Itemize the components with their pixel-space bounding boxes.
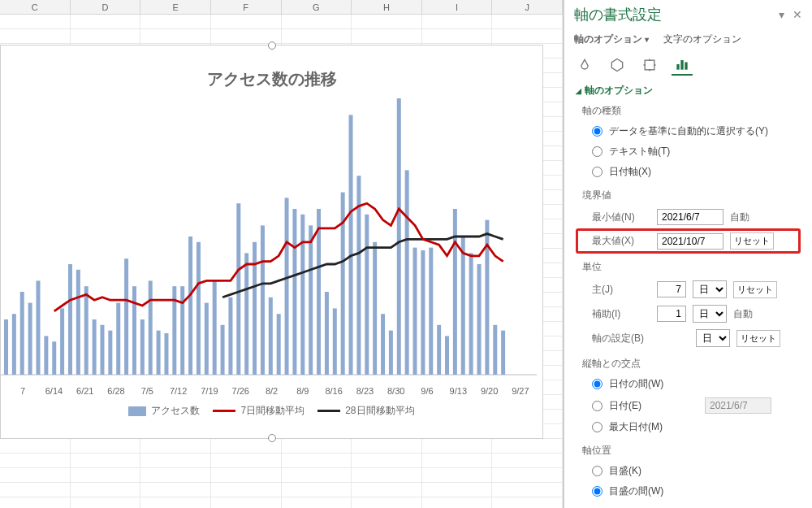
col-header[interactable]: H [352,0,422,14]
svg-rect-38 [300,215,304,375]
svg-rect-7 [52,341,56,375]
radio-cross-max[interactable]: 最大日付(M) [576,417,801,437]
legend-swatch-black [317,410,340,412]
chart-plot[interactable] [1,98,537,383]
svg-rect-63 [501,331,505,375]
section-axis-options[interactable]: 軸のオプション [576,84,801,98]
row-base-unit: 軸の設定(B) 日 リセット [576,326,801,350]
label-axis-type: 軸の種類 [576,98,801,121]
svg-rect-28 [221,325,225,375]
svg-rect-18 [140,319,145,375]
svg-rect-31 [244,253,248,375]
select-minor-unit[interactable]: 日 [693,305,727,323]
radio-cross-between[interactable]: 日付の間(W) [576,374,801,394]
svg-rect-44 [349,115,353,375]
svg-rect-2 [12,314,16,375]
radio-auto-select[interactable]: データを基準に自動的に選択する(Y) [576,121,801,141]
input-cross-at [705,397,771,414]
row-major-unit: 主(J) 日 リセット [576,277,801,302]
row-minor-unit: 補助(I) 日 自動 [576,302,801,326]
col-header[interactable]: J [492,0,563,14]
spreadsheet-area[interactable]: C D E F G H I J アクセス数の推移 76/146/216/287/… [0,0,564,508]
svg-rect-56 [445,336,449,375]
svg-rect-17 [132,286,136,375]
svg-rect-27 [213,280,217,375]
input-minor-unit[interactable] [657,306,686,322]
svg-rect-21 [164,333,168,375]
svg-rect-20 [157,331,161,375]
svg-rect-19 [149,280,153,375]
svg-rect-34 [269,297,273,375]
svg-rect-47 [373,242,377,375]
svg-rect-58 [461,237,465,375]
radio-text-axis[interactable]: テキスト軸(T) [576,141,801,162]
col-header[interactable]: F [211,0,282,14]
svg-rect-26 [205,303,209,375]
tab-text-options[interactable]: 文字のオプション [663,33,741,46]
fill-icon[interactable] [574,54,595,76]
svg-rect-33 [261,225,265,375]
radio-cross-at: 日付(E) [576,394,801,417]
chart-handle-bottom[interactable] [268,434,276,442]
svg-rect-16 [124,258,128,375]
effects-icon[interactable] [607,54,628,76]
pane-dropdown-icon[interactable]: ▾ [779,8,784,21]
reset-major-button[interactable]: リセット [733,281,777,298]
size-icon[interactable] [639,54,660,76]
axis-options-icon[interactable] [672,54,693,76]
svg-rect-6 [44,336,48,375]
svg-rect-12 [93,319,97,375]
svg-rect-68 [685,63,687,70]
svg-rect-39 [309,225,313,375]
select-base-unit[interactable]: 日 [696,329,730,347]
chart-object[interactable]: アクセス数の推移 76/146/216/287/57/127/197/268/2… [0,45,543,439]
radio-pos-between[interactable]: 目盛の間(W) [576,481,801,501]
chart-title[interactable]: アクセス数の推移 [1,46,542,98]
svg-rect-57 [453,209,457,375]
svg-rect-24 [188,237,192,375]
reset-max-button[interactable]: リセット [730,232,774,250]
svg-rect-32 [253,242,257,375]
svg-rect-65 [645,60,654,70]
svg-rect-36 [285,198,289,375]
svg-rect-11 [84,286,89,375]
svg-rect-14 [108,331,112,375]
col-header[interactable]: D [71,0,141,14]
radio-pos-tick[interactable]: 目盛(K) [576,461,801,481]
x-axis-labels: 76/146/216/287/57/127/197/268/28/98/168/… [1,383,542,396]
svg-rect-62 [493,325,497,375]
col-header[interactable]: C [0,0,71,14]
row-max-bound: 最大値(X) リセット [576,228,801,254]
input-major-unit[interactable] [657,281,686,297]
svg-rect-25 [197,242,201,375]
svg-rect-35 [277,314,281,375]
svg-rect-52 [413,248,417,375]
col-header[interactable]: G [282,0,352,14]
svg-rect-40 [317,209,321,375]
col-header[interactable]: E [140,0,211,14]
svg-rect-54 [429,248,433,375]
svg-rect-23 [180,286,184,375]
chart-handle-top[interactable] [268,41,276,50]
svg-rect-59 [469,253,473,375]
svg-rect-37 [292,209,296,375]
input-min-bound[interactable] [657,209,723,225]
row-min-bound: 最小値(N) 自動 [576,206,801,228]
input-max-bound[interactable] [657,233,723,250]
svg-rect-41 [325,292,329,375]
label-units: 単位 [576,254,801,277]
col-header[interactable]: I [422,0,493,14]
select-major-unit[interactable]: 日 [693,280,727,298]
svg-rect-60 [477,264,482,375]
option-category-icons [564,51,812,76]
svg-rect-29 [228,297,232,375]
pane-title: 軸の書式設定 [574,5,662,24]
svg-rect-50 [397,98,401,375]
tab-axis-options[interactable]: 軸のオプション ▾ [574,33,649,46]
radio-date-axis[interactable]: 日付軸(X) [576,162,801,182]
pane-close-icon[interactable]: ✕ [793,8,802,21]
svg-rect-66 [676,64,679,70]
svg-rect-53 [421,250,425,375]
reset-base-button[interactable]: リセット [736,330,780,347]
label-bounds: 境界値 [576,182,801,206]
